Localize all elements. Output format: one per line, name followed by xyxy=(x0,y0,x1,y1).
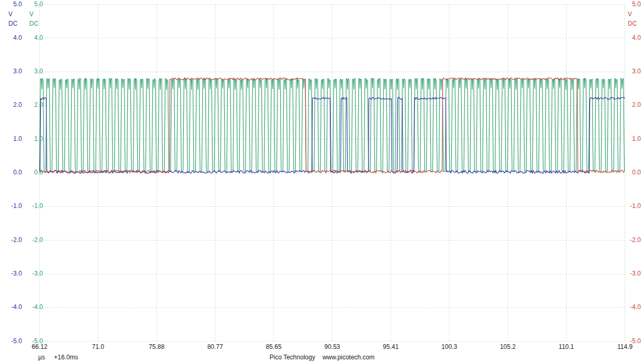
right-axis-red-unit: V xyxy=(628,11,632,18)
y-tick-blue: -1.0 xyxy=(0,203,22,210)
y-tick-red: -2.0 xyxy=(627,237,641,244)
x-tick-label: 105.2 xyxy=(491,344,525,350)
x-tick-label: 100.3 xyxy=(432,344,466,350)
right-axis-red-coupling: DC xyxy=(628,20,637,27)
x-tick-label: 85.65 xyxy=(257,344,291,350)
y-tick-red: 0.0 xyxy=(627,169,641,176)
y-tick-red: 5.0 xyxy=(627,1,641,8)
y-tick-green: -2.0 xyxy=(23,237,43,244)
y-tick-blue: -4.0 xyxy=(0,304,22,311)
y-tick-green: 2.0 xyxy=(23,102,43,108)
y-tick-red: 2.0 xyxy=(627,102,641,108)
y-tick-red: 4.0 xyxy=(627,35,641,41)
y-tick-green: -1.0 xyxy=(23,203,43,210)
y-tick-green: -4.0 xyxy=(23,304,43,311)
y-tick-red: -3.0 xyxy=(627,270,641,277)
y-tick-blue: 1.0 xyxy=(0,136,22,142)
x-tick-label: 75.88 xyxy=(140,344,173,350)
y-tick-blue: 0.0 xyxy=(0,169,22,176)
brand-url: www.picotech.com xyxy=(323,354,374,361)
y-tick-green: 3.0 xyxy=(23,68,43,75)
x-tick-label: 66.12 xyxy=(23,344,57,350)
y-tick-blue: 2.0 xyxy=(0,102,22,108)
y-tick-green: -3.0 xyxy=(23,270,43,277)
y-tick-green: 4.0 xyxy=(23,35,43,41)
y-tick-blue: -3.0 xyxy=(0,270,22,277)
y-tick-green: 5.0 xyxy=(23,1,43,8)
oscilloscope-display: V DC V DC V DC µs +16.0ms Pico Technolog… xyxy=(0,0,644,362)
brand-text: Pico Technology xyxy=(270,354,315,361)
y-tick-blue: -2.0 xyxy=(0,237,22,244)
x-tick-label: 80.77 xyxy=(198,344,232,350)
x-tick-label: 114.9 xyxy=(608,344,642,350)
x-tick-label: 71.0 xyxy=(81,344,115,350)
waveform-plot[interactable] xyxy=(0,0,644,362)
y-tick-blue: 5.0 xyxy=(0,1,22,8)
left-axis-blue-unit: V xyxy=(8,11,13,18)
left-axis-green-coupling: DC xyxy=(29,20,38,27)
y-tick-blue: 4.0 xyxy=(0,35,22,41)
x-axis-offset-label: +16.0ms xyxy=(54,354,78,361)
left-axis-blue-coupling: DC xyxy=(8,20,17,27)
x-axis-unit: µs xyxy=(38,354,45,361)
footer: Pico Technologywww.picotech.com xyxy=(216,354,428,361)
x-tick-label: 110.1 xyxy=(550,344,583,350)
left-axis-green-unit: V xyxy=(29,11,34,18)
x-tick-label: 90.53 xyxy=(316,344,349,350)
y-tick-red: -4.0 xyxy=(627,304,641,311)
y-tick-blue: 3.0 xyxy=(0,68,22,75)
y-tick-blue: -5.0 xyxy=(0,338,22,345)
y-tick-red: -1.0 xyxy=(627,203,641,210)
y-tick-green: 1.0 xyxy=(23,136,43,142)
x-tick-label: 95.41 xyxy=(374,344,407,350)
y-tick-red: 1.0 xyxy=(627,136,641,142)
y-tick-red: 3.0 xyxy=(627,68,641,75)
y-tick-green: 0.0 xyxy=(23,169,43,176)
